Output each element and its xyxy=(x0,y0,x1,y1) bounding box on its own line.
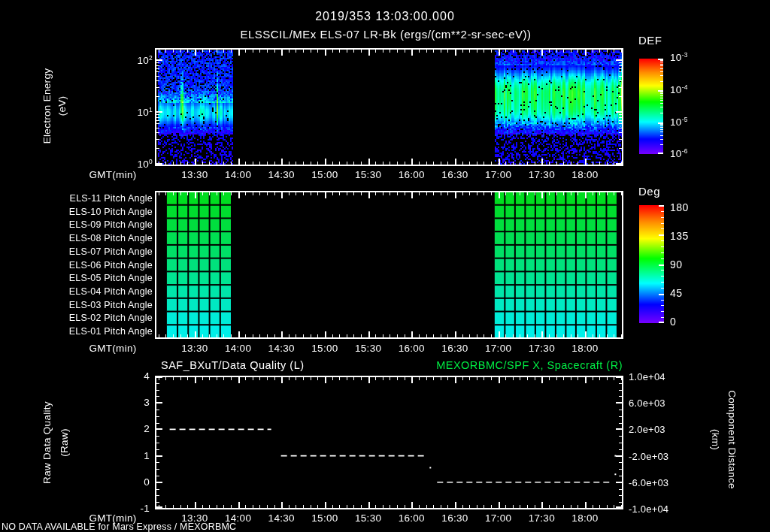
deg-colorbar-tick-label: 90 xyxy=(670,259,683,270)
pitch-row-label: ELS-07 Pitch Angle xyxy=(69,247,153,257)
x-tick-label-middle: 17:30 xyxy=(529,343,555,354)
pitch-row-label: ELS-03 Pitch Angle xyxy=(69,300,153,310)
def-colorbar-tick-label: 10-6 xyxy=(670,148,688,159)
deg-colorbar-tick-label: 45 xyxy=(670,288,683,298)
energy-y-tick-label: 101 xyxy=(137,107,153,118)
quality-y-tick-label: 4 xyxy=(144,371,150,382)
pitch-row-label: ELS-02 Pitch Angle xyxy=(69,313,153,323)
x-tick-label-top: 15:30 xyxy=(355,170,381,180)
x-tick-label-top: 18:00 xyxy=(571,170,598,180)
def-colorbar-tick-label: 10-5 xyxy=(670,116,688,128)
def-colorbar-tick-label: 10-3 xyxy=(670,52,688,63)
x-tick-label-middle: 15:00 xyxy=(311,343,338,354)
x-tick-label-bottom: 17:00 xyxy=(485,513,511,524)
x-tick-label-middle: 13:30 xyxy=(181,343,208,354)
pitch-row-label: ELS-11 Pitch Angle xyxy=(70,194,153,204)
x-tick-label-top: 16:30 xyxy=(441,170,468,180)
x-tick-label-bottom: 14:30 xyxy=(268,513,295,524)
pitch-row-label: ELS-10 Pitch Angle xyxy=(69,207,153,216)
gmt-label-top: GMT(min) xyxy=(89,170,136,180)
quality-y-tick-label: 1 xyxy=(144,451,150,461)
energy-axis-label-line2: (eV) xyxy=(57,96,68,116)
def-colorbar-tick-label: 10-4 xyxy=(670,84,688,95)
x-tick-label-middle: 14:30 xyxy=(268,343,295,354)
deg-colorbar-tick-label: 135 xyxy=(670,231,689,241)
x-tick-label-bottom: 18:00 xyxy=(571,513,598,524)
distance-y-tick-label: 6.0e+03 xyxy=(629,398,665,408)
deg-colorbar-title: Deg xyxy=(638,186,660,197)
x-tick-label-middle: 14:00 xyxy=(225,343,251,354)
distance-axis-label-line1: Component Distance xyxy=(726,390,737,488)
distance-y-tick-label: -1.0e+04 xyxy=(629,504,668,514)
distance-y-tick-label: 2.0e+03 xyxy=(629,425,665,434)
x-tick-label-middle: 16:00 xyxy=(399,343,425,354)
distance-axis-label-line2: (km) xyxy=(710,429,720,450)
quality-left-title: SAF_BXuT/Data Quality (L) xyxy=(161,360,305,371)
quality-axis-label-line1: Raw Data Quality xyxy=(42,401,53,484)
pitch-row-label: ELS-08 Pitch Angle xyxy=(69,234,153,243)
pitch-row-label: ELS-04 Pitch Angle xyxy=(69,287,153,297)
pitch-row-label: ELS-09 Pitch Angle xyxy=(69,220,153,230)
x-tick-label-middle: 17:00 xyxy=(485,343,511,354)
x-tick-label-bottom: 16:30 xyxy=(441,513,468,524)
x-tick-label-bottom: 14:00 xyxy=(225,513,251,524)
x-tick-label-top: 15:00 xyxy=(311,170,338,180)
x-tick-label-middle: 16:30 xyxy=(441,343,468,354)
quality-axis-label-line2: (Raw) xyxy=(59,428,70,457)
distance-y-tick-label: -6.0e+03 xyxy=(629,477,668,487)
energy-y-tick-label: 102 xyxy=(137,55,153,66)
quality-y-tick-label: 3 xyxy=(144,397,150,408)
x-tick-label-top: 14:00 xyxy=(225,170,251,180)
x-tick-label-top: 13:30 xyxy=(181,170,208,180)
quality-y-tick-label: 2 xyxy=(144,425,150,435)
distance-y-tick-label: -2.0e+03 xyxy=(629,451,668,461)
quality-y-tick-label: 0 xyxy=(144,477,150,488)
date-title: 2019/353 13:03:00.000 xyxy=(315,11,455,23)
pitch-row-label: ELS-05 Pitch Angle xyxy=(69,274,153,283)
x-tick-label-bottom: 15:30 xyxy=(355,513,381,524)
x-tick-label-bottom: 17:30 xyxy=(529,513,555,524)
pitch-row-label: ELS-01 Pitch Angle xyxy=(69,327,153,337)
quality-y-tick-label: -1 xyxy=(140,503,150,514)
x-tick-label-bottom: 13:30 xyxy=(181,513,208,524)
deg-colorbar-tick-label: 0 xyxy=(670,316,676,327)
pitch-row-label: ELS-06 Pitch Angle xyxy=(69,260,153,270)
distance-y-tick-label: 1.0e+04 xyxy=(629,372,665,382)
gmt-label-middle: GMT(min) xyxy=(89,343,136,354)
x-tick-label-bottom: 15:00 xyxy=(311,513,338,524)
def-colorbar-title: DEF xyxy=(638,35,662,46)
plot-page: 2019/353 13:03:00.000 ELSSCIL/MEx ELS-07… xyxy=(0,0,770,532)
deg-colorbar-tick-label: 180 xyxy=(670,202,689,213)
x-tick-label-top: 17:00 xyxy=(485,170,511,180)
x-tick-label-top: 14:30 xyxy=(268,170,295,180)
instrument-title: ELSSCIL/MEx ELS-07 LR-Bk (ergs/(cm**2-sr… xyxy=(240,29,531,40)
x-tick-label-middle: 18:00 xyxy=(571,343,598,354)
x-tick-label-top: 17:30 xyxy=(529,170,555,180)
energy-axis-label-line1: Electron Energy xyxy=(42,68,53,144)
quality-right-title: MEXORBMC/SPF X, Spacecraft (R) xyxy=(436,360,623,371)
energy-y-tick-label: 100 xyxy=(137,159,153,170)
x-tick-label-bottom: 16:00 xyxy=(399,513,425,524)
x-tick-label-top: 16:00 xyxy=(399,170,425,180)
x-tick-label-middle: 15:30 xyxy=(355,343,381,354)
